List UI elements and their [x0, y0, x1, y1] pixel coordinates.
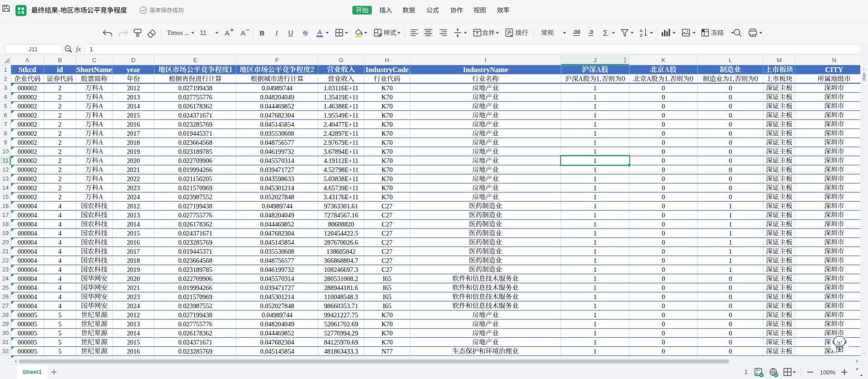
svg-text:2012: 2012 — [127, 84, 140, 92]
svg-text:2016: 2016 — [127, 348, 140, 355]
svg-text:I65: I65 — [383, 302, 391, 310]
svg-text:1: 1 — [4, 66, 7, 73]
svg-text:0: 0 — [662, 284, 665, 291]
svg-text:2012: 2012 — [127, 202, 140, 210]
svg-text:C27: C27 — [382, 221, 393, 228]
svg-text:000002: 000002 — [18, 193, 37, 201]
svg-text:IndustryCode: IndustryCode — [366, 66, 409, 74]
svg-text:138605842: 138605842 — [327, 248, 356, 255]
svg-text:0: 0 — [662, 202, 665, 210]
svg-text:K70: K70 — [381, 157, 393, 164]
svg-text:9: 9 — [4, 139, 7, 146]
svg-text:1: 1 — [594, 166, 597, 173]
svg-text:000004: 000004 — [18, 266, 37, 273]
svg-text:0.023189785: 0.023189785 — [178, 148, 212, 155]
svg-text:4: 4 — [58, 230, 61, 237]
svg-text:0.043598633: 0.043598633 — [260, 175, 294, 182]
svg-text:K70: K70 — [381, 184, 393, 192]
svg-text:97363301.61: 97363301.61 — [324, 202, 358, 210]
svg-text:000002: 000002 — [18, 103, 37, 110]
svg-text:0: 0 — [729, 175, 732, 182]
svg-text:B: B — [58, 57, 62, 64]
svg-text:0: 0 — [662, 230, 665, 237]
svg-text:000004: 000004 — [18, 293, 37, 300]
svg-text:288944181.6: 288944181.6 — [324, 284, 358, 291]
svg-text:4.19112E+11: 4.19112E+11 — [324, 157, 359, 164]
svg-text:2024: 2024 — [127, 193, 140, 201]
svg-text:0.027199438: 0.027199438 — [178, 202, 212, 210]
svg-text:C27: C27 — [382, 248, 393, 255]
svg-text:13: 13 — [2, 175, 9, 182]
svg-text:0.048204049: 0.048204049 — [260, 320, 294, 328]
svg-text:12: 12 — [2, 166, 9, 173]
svg-text:K70: K70 — [381, 175, 393, 182]
svg-text:1: 1 — [594, 148, 597, 155]
svg-text:0: 0 — [662, 193, 665, 201]
svg-text:2021: 2021 — [127, 166, 140, 173]
svg-text:2: 2 — [58, 157, 61, 164]
svg-text:0: 0 — [662, 212, 665, 219]
svg-text:000004: 000004 — [18, 284, 37, 291]
svg-text:1: 1 — [594, 103, 597, 110]
svg-text:0: 0 — [662, 84, 665, 92]
svg-text:IndustryName: IndustryName — [463, 66, 508, 74]
svg-text:000004: 000004 — [18, 221, 37, 228]
svg-text:2014: 2014 — [127, 221, 140, 228]
svg-text:108246697.3: 108246697.3 — [324, 266, 358, 273]
svg-text:100%: 100% — [820, 369, 836, 376]
svg-text:000005: 000005 — [18, 339, 37, 346]
svg-text:C27: C27 — [382, 239, 393, 246]
svg-text:0: 0 — [662, 184, 665, 192]
svg-text:0.027199438: 0.027199438 — [178, 84, 212, 92]
svg-text:99421227.75: 99421227.75 — [324, 311, 358, 319]
svg-text:2013: 2013 — [127, 320, 140, 328]
svg-text:2: 2 — [58, 130, 61, 137]
svg-text:3.67894E+11: 3.67894E+11 — [323, 148, 358, 155]
svg-text:1: 1 — [594, 230, 597, 237]
svg-text:0: 0 — [662, 130, 665, 137]
svg-text:2015: 2015 — [127, 112, 140, 119]
svg-text:0: 0 — [729, 320, 732, 328]
svg-text:1: 1 — [729, 239, 732, 246]
svg-text:1: 1 — [594, 94, 597, 101]
svg-text:000004: 000004 — [18, 212, 37, 219]
svg-text:1: 1 — [729, 202, 732, 210]
svg-text:22: 22 — [2, 257, 9, 264]
svg-text:0: 0 — [729, 193, 732, 201]
svg-text:2019: 2019 — [127, 266, 140, 273]
svg-text:000005: 000005 — [18, 320, 37, 328]
svg-text:0.045145854: 0.045145854 — [260, 121, 294, 128]
svg-text:4: 4 — [58, 202, 61, 210]
svg-text:000002: 000002 — [18, 94, 37, 101]
svg-text:0.019994266: 0.019994266 — [178, 166, 212, 173]
svg-text:0: 0 — [729, 139, 732, 146]
svg-text:5: 5 — [58, 320, 61, 328]
svg-text:0: 0 — [729, 339, 732, 346]
svg-text:1: 1 — [594, 302, 597, 310]
svg-text:0: 0 — [729, 330, 732, 337]
svg-text:0.047682304: 0.047682304 — [260, 112, 294, 119]
svg-text:B: B — [260, 29, 265, 37]
svg-text:2017: 2017 — [127, 248, 140, 255]
svg-text:E: E — [193, 57, 197, 64]
svg-text:11: 11 — [200, 30, 206, 36]
svg-text:4: 4 — [58, 302, 61, 310]
svg-text:0.023664568: 0.023664568 — [178, 139, 212, 146]
svg-text:C27: C27 — [382, 230, 393, 237]
svg-text:C27: C27 — [382, 212, 393, 219]
svg-text:000004: 000004 — [18, 248, 37, 255]
svg-text:0: 0 — [729, 130, 732, 137]
svg-text:.0: .0 — [589, 29, 593, 35]
svg-text:1.35419E+11: 1.35419E+11 — [323, 94, 358, 101]
svg-text:0: 0 — [729, 311, 732, 319]
svg-text:0.019445371: 0.019445371 — [178, 248, 212, 255]
svg-text:4.65739E+11: 4.65739E+11 — [323, 184, 358, 192]
svg-text:K70: K70 — [381, 193, 393, 201]
svg-text:2013: 2013 — [127, 94, 140, 101]
svg-text:2: 2 — [58, 84, 61, 92]
svg-text:0: 0 — [662, 103, 665, 110]
svg-text:0.026178362: 0.026178362 — [178, 103, 212, 110]
svg-text:Sheet1: Sheet1 — [22, 369, 42, 375]
svg-text:H: H — [385, 57, 389, 64]
svg-text:0.023987552: 0.023987552 — [178, 193, 212, 201]
